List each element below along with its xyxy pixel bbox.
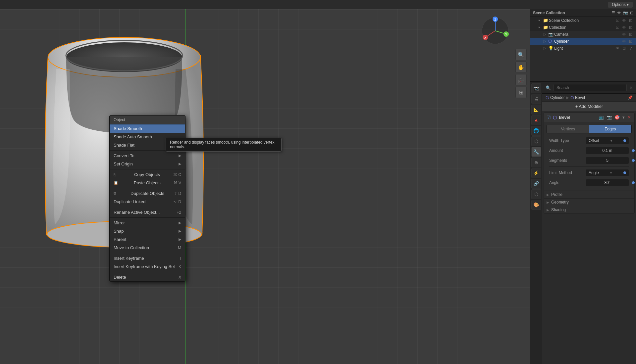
modifier-breadcrumb: ⬡ Cylinder ▶ ⬡ Bevel 📌 [542,94,636,102]
menu-item-insert-keyframe-keying-set[interactable]: Insert Keyframe with Keying Set K [110,262,185,271]
zoom-tool-button[interactable]: 🔍 [515,49,527,60]
breadcrumb-modifier[interactable]: Bevel [575,95,585,100]
outliner-filter-icon[interactable]: ☰ [611,11,615,15]
close-search-icon[interactable]: ✕ [629,85,633,90]
edges-toggle-btn[interactable]: Edges [589,125,632,133]
outliner-item-scene-collection[interactable]: ▾ 📁 Scene Collection ☑ 👁 ⊡ [530,17,636,24]
camera-view-button[interactable]: 🎥 [515,74,527,85]
material-btn[interactable]: 🎨 [531,200,541,210]
menu-item-shade-smooth[interactable]: Shade Smooth [110,124,185,133]
eye-icon[interactable]: 👁 [621,32,627,37]
collapse-arrow-icon: ▶ [547,201,549,204]
outliner-eye-icon[interactable]: 👁 [617,11,621,15]
modifier-header: 🔍 ✕ [542,82,636,94]
menu-item-delete[interactable]: Delete X [110,273,185,281]
world-properties-btn[interactable]: 🌐 [531,126,541,136]
menu-item-set-origin[interactable]: Set Origin ▶ [110,160,185,168]
modifier-expand-icon[interactable]: ▾ [622,114,625,120]
outliner-render-icon[interactable]: ⊡ [630,11,633,15]
geometry-section[interactable]: ▶ Geometry [544,198,634,206]
properties-sidebar: 📷 🖨 📐 🔺 🌐 ⬡ 🔧 ⊕ ⚡ 🔗 ⬡ 🎨 [530,82,542,364]
outliner-item-collection[interactable]: ▾ 📁 Collection ☑ 👁 ⊡ [530,24,636,31]
keyframe-dot[interactable] [632,181,635,184]
menu-item-convert-to[interactable]: Convert To ▶ [110,152,185,160]
limit-method-value: Angle [589,170,599,175]
scene-properties-btn[interactable]: 🔺 [531,115,541,125]
visibility-icon[interactable]: ☑ [615,25,620,30]
physics-btn[interactable]: ⚡ [531,168,541,178]
output-properties-btn[interactable]: 🖨 [531,94,541,104]
viewport[interactable]: Z Y X 🔍 ✋ 🎥 ⊞ Object [0,9,530,364]
keyframe-dot[interactable] [623,171,626,174]
render-icon[interactable]: ⊡ [628,25,633,30]
profile-section[interactable]: ▶ Profile [544,191,634,198]
svg-text:Y: Y [505,33,507,36]
menu-item-shortcut: ⌘ C [173,172,181,177]
menu-item-move-to-collection[interactable]: Move to Collection M [110,244,185,252]
navigation-gizmo[interactable]: Z Y X [480,16,510,46]
menu-item-snap[interactable]: Snap ▶ [110,227,185,235]
render-icon[interactable]: ⊡ [628,18,633,23]
modifier-toggle[interactable]: ☑ [547,115,551,120]
vertices-toggle-btn[interactable]: Vertices [547,125,589,133]
keyframe-dot[interactable] [632,149,635,152]
modifier-delete-icon[interactable]: ✕ [627,114,632,120]
menu-item-label: Insert Keyframe [114,256,144,261]
help-icon[interactable]: ? [628,46,633,51]
eye-icon[interactable]: 👁 [621,18,627,23]
segments-input[interactable]: 5 [586,157,629,164]
modifier-camera-icon[interactable]: 🎯 [614,114,620,120]
menu-item-label: Shade Auto Smooth [114,134,152,139]
submenu-arrow: ▶ [179,154,181,158]
object-properties-btn[interactable]: ⬡ [531,136,541,146]
render-icon[interactable]: ⊡ [621,46,627,51]
particles-btn[interactable]: ⊕ [531,158,541,167]
outliner-item-camera[interactable]: ▷ 📷 Camera 👁 ⊡ [530,31,636,38]
properties-panel: 📷 🖨 📐 🔺 🌐 ⬡ 🔧 ⊕ ⚡ 🔗 ⬡ 🎨 🔍 [530,82,636,364]
menu-item-mirror[interactable]: Mirror ▶ [110,219,185,227]
breadcrumb-object[interactable]: Cylinder [550,95,565,100]
keyframe-dot[interactable] [632,159,635,162]
angle-label: Angle [549,180,586,185]
right-panel: Scene Collection ☰ 👁 📷 ⊡ ▾ 📁 Scene Colle… [530,9,636,364]
modifier-properties-btn[interactable]: 🔧 [531,147,541,157]
data-properties-btn[interactable]: ⬡ [531,189,541,199]
amount-input[interactable]: 0.1 m [586,147,629,154]
eye-icon[interactable]: 👁 [621,39,627,44]
breadcrumb-pin-icon[interactable]: 📌 [628,95,633,100]
keyframe-dot[interactable] [623,139,626,142]
menu-item-rename-active[interactable]: Rename Active Object... F2 [110,208,185,216]
menu-item-duplicate-linked[interactable]: Duplicate Linked ⌥ D [110,198,185,206]
separator-4 [110,207,185,207]
outliner-item-light[interactable]: ▷ 💡 Light 👁 ⊡ ? [530,45,636,52]
render-icon[interactable]: ⊡ [628,39,633,44]
render-properties-btn[interactable]: 📷 [531,83,541,93]
menu-item-shortcut: I [180,256,181,261]
menu-item-parent[interactable]: Parent ▶ [110,235,185,244]
properties-search-input[interactable] [554,84,627,91]
outliner-item-cylinder[interactable]: ▷ ⬡ Cylinder 👁 ⊡ [530,38,636,45]
modifier-realtime-icon[interactable]: 📺 [598,114,605,120]
menu-item-duplicate-objects[interactable]: ⧉ Duplicate Objects ⇧ D [110,189,185,198]
add-modifier-button[interactable]: + Add Modifier [542,102,636,111]
options-button[interactable]: Options ▾ [608,2,633,8]
eye-icon[interactable]: 👁 [621,25,627,30]
modifier-render-icon[interactable]: 📷 [606,114,612,120]
menu-item-paste-objects[interactable]: 📋 Paste Objects ⌘ V [110,179,185,187]
eye-icon[interactable]: 👁 [615,46,620,51]
width-type-dropdown[interactable]: Offset ▾ [586,137,629,144]
menu-item-insert-keyframe[interactable]: Insert Keyframe I [110,254,185,262]
pan-tool-button[interactable]: ✋ [515,62,527,73]
shading-section[interactable]: ▶ Shading [544,206,634,213]
constraints-btn[interactable]: 🔗 [531,179,541,189]
menu-item-copy-objects[interactable]: ⎘ Copy Objects ⌘ C [110,170,185,179]
menu-item-shortcut: ⌥ D [173,200,181,204]
visibility-icon[interactable]: ☑ [615,18,620,23]
modifier-name[interactable]: Bevel [559,115,596,120]
grid-view-button[interactable]: ⊞ [515,87,527,98]
render-icon[interactable]: ⊡ [628,32,633,37]
view-layer-btn[interactable]: 📐 [531,105,541,114]
limit-method-dropdown[interactable]: Angle ▾ [586,169,629,176]
outliner-camera-icon[interactable]: 📷 [623,11,628,15]
angle-input[interactable]: 30° [586,179,629,186]
